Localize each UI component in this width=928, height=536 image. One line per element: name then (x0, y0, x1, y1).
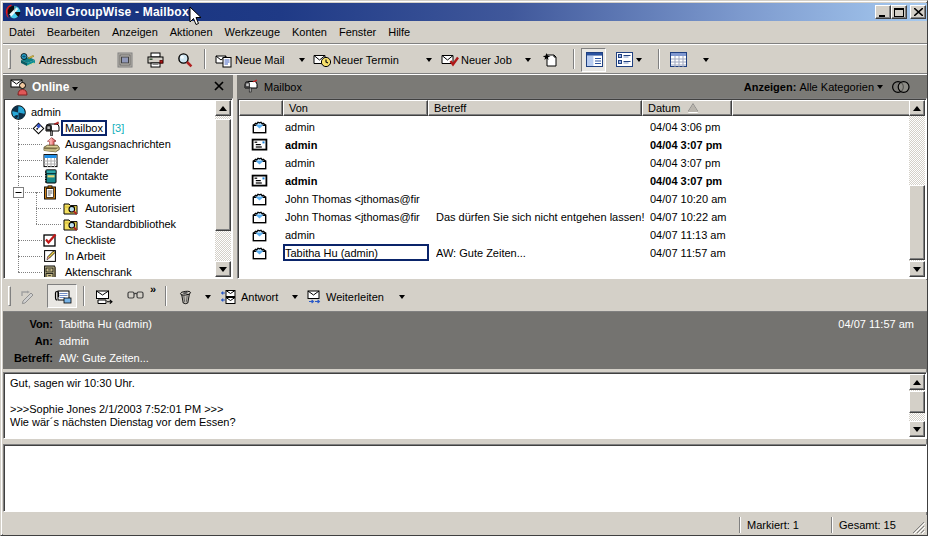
sidebar-title-dropdown[interactable] (72, 87, 78, 91)
reply-dropdown[interactable] (288, 285, 302, 309)
mail-unread-icon (251, 173, 268, 188)
tree-scrollbar[interactable] (215, 100, 231, 277)
column-header-blank[interactable] (239, 100, 283, 116)
mail-row[interactable]: admin04/04 3:07 pm (239, 172, 910, 190)
resend-button[interactable] (15, 285, 39, 309)
menu-bearbeiten[interactable]: Bearbeiten (41, 23, 106, 41)
view-list-button[interactable] (612, 48, 646, 72)
resize-grip[interactable] (912, 521, 925, 534)
new-mail-button[interactable]: Neue Mail (211, 48, 289, 72)
preview-header-row: Betreff: AW: Gute Zeiten... (3, 352, 927, 366)
tree-expander[interactable] (13, 187, 24, 198)
categories-icon[interactable] (891, 80, 911, 94)
column-header-date[interactable]: Datum (642, 100, 732, 116)
scroll-up-arrow-icon (913, 380, 921, 385)
view-calendar-button[interactable] (666, 48, 690, 72)
preview-toolbar-grip[interactable] (8, 286, 11, 306)
body-scroll-down[interactable] (909, 421, 925, 437)
tree-scroll-down[interactable] (215, 261, 231, 277)
mail-row[interactable]: John Thomas <jthomas@fir04/07 10:20 am (239, 190, 910, 208)
tree-connector-line (36, 208, 61, 209)
more-chevron-icon[interactable]: » (150, 283, 156, 295)
close-button[interactable] (910, 5, 926, 19)
body-scroll-thumb[interactable] (909, 391, 925, 413)
scroll-down-arrow-icon (219, 267, 227, 272)
reply-button[interactable]: Antwort (217, 285, 282, 309)
view-details-toggle[interactable] (581, 48, 606, 72)
view-filter-value[interactable]: Alle Kategorien (799, 81, 874, 93)
mail-row[interactable]: Tabitha Hu (admin)AW: Gute Zeiten...04/0… (239, 244, 910, 262)
menu-fenster[interactable]: Fenster (333, 23, 382, 41)
mail-row[interactable]: admin04/04 3:07 pm (239, 136, 910, 154)
mail-from: Tabitha Hu (admin) (285, 247, 430, 259)
tree-connector-line (18, 144, 42, 145)
list-scrollbar[interactable] (909, 100, 925, 277)
mail-row[interactable]: admin04/07 11:13 am (239, 226, 910, 244)
mail-row[interactable]: admin04/04 3:06 pm (239, 118, 910, 136)
list-scroll-thumb[interactable] (909, 185, 925, 260)
new-appointment-dropdown[interactable] (422, 48, 436, 72)
column-header-from[interactable]: Von (283, 100, 428, 116)
menu-hilfe[interactable]: Hilfe (382, 23, 416, 41)
column-header-subject[interactable]: Betreff (428, 100, 642, 116)
list-scroll-up[interactable] (909, 100, 925, 116)
attachment-note-icon (54, 288, 70, 304)
mouse-cursor (189, 6, 203, 28)
list-scroll-down[interactable] (909, 261, 925, 277)
menu-datei[interactable]: Datei (3, 23, 41, 41)
list-header: Mailbox Anzeigen: Alle Kategorien (237, 75, 927, 98)
body-scroll-up[interactable] (909, 374, 925, 390)
menu-werkzeuge[interactable]: Werkzeuge (219, 23, 286, 41)
new-task-button[interactable]: Neuer Job (437, 48, 516, 72)
trash-button[interactable] (173, 285, 197, 309)
addressbook-button[interactable]: Adressbuch (15, 48, 101, 72)
tree-scroll-up[interactable] (215, 100, 231, 116)
print-button[interactable] (143, 48, 167, 72)
menu-anzeigen[interactable]: Anzeigen (106, 23, 164, 41)
trash-dropdown[interactable] (201, 285, 215, 309)
attachment-toggle[interactable] (47, 284, 77, 308)
sidebar-title[interactable]: Online (32, 80, 69, 94)
new-task-icon (441, 52, 457, 68)
column-label: Datum (648, 102, 680, 114)
preview-header: Von: Tabitha Hu (admin) An: admin Betref… (3, 312, 927, 369)
reply-icon (221, 289, 237, 305)
forward-button[interactable]: Weiterleiten (302, 285, 388, 309)
tree-scroll-thumb[interactable] (215, 119, 231, 231)
title-bar[interactable]: Novell GroupWise - Mailbox (3, 3, 927, 21)
toolbar-separator (573, 49, 575, 69)
dropdown-arrow-icon (399, 295, 405, 299)
view-filter-dropdown[interactable] (877, 85, 883, 89)
maximize-button[interactable] (891, 5, 907, 19)
open-item-button[interactable] (91, 285, 115, 309)
list-title: Mailbox (264, 81, 302, 93)
forward-dropdown[interactable] (395, 285, 409, 309)
menu-konten[interactable]: Konten (286, 23, 333, 41)
mailbox-icon (43, 121, 59, 137)
new-task-dropdown[interactable] (521, 48, 535, 72)
body-scrollbar[interactable] (909, 374, 925, 437)
scroll-up-arrow-icon (913, 106, 921, 111)
mail-date: 04/07 10:20 am (650, 193, 738, 205)
proofread-button[interactable] (123, 285, 147, 309)
search-button[interactable] (173, 48, 197, 72)
new-appointment-button[interactable]: Neuer Termin (309, 48, 403, 72)
new-mail-dropdown[interactable] (295, 48, 309, 72)
mail-open-icon (251, 119, 268, 134)
mail-row[interactable]: admin04/04 3:07 pm (239, 154, 910, 172)
minimize-button[interactable] (875, 5, 891, 19)
print-preview-button[interactable] (113, 48, 137, 72)
status-separator (739, 517, 741, 533)
toolbar-grip[interactable] (8, 49, 11, 69)
sidebar-header: Online (3, 75, 233, 98)
sidebar-close-icon[interactable] (213, 80, 225, 92)
column-header-blank[interactable] (732, 100, 911, 116)
tree-item-label: admin (31, 106, 61, 118)
view-list-dropdown[interactable] (636, 58, 642, 62)
new-item-icon (543, 52, 559, 68)
calendar-icon (43, 153, 59, 169)
mail-row[interactable]: John Thomas <jthomas@firDas dürfen Sie s… (239, 208, 910, 226)
new-item-button[interactable] (539, 48, 563, 72)
tree-item-label: Mailbox (61, 120, 107, 136)
view-calendar-dropdown[interactable] (699, 48, 713, 72)
